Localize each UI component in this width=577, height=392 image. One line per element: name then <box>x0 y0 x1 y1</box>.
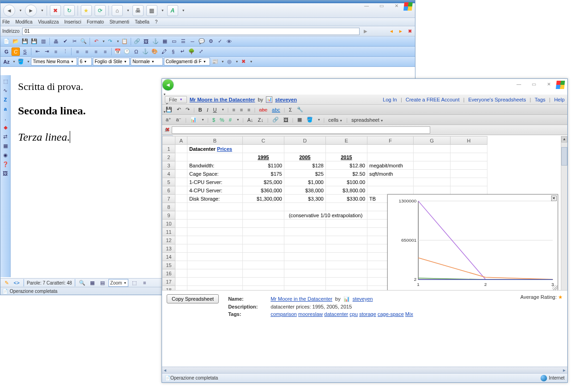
forward-dropdown-icon[interactable]: ▼ <box>41 9 44 12</box>
cell[interactable]: $175 <box>243 170 284 178</box>
open-icon[interactable]: 📂 <box>12 37 20 46</box>
mail-button[interactable]: ▦ <box>146 5 157 16</box>
row-header-11[interactable]: 11 <box>162 228 175 236</box>
cell[interactable]: 1995 <box>243 153 284 161</box>
bold-button[interactable]: B <box>198 107 203 113</box>
special-char-icon[interactable]: Ω <box>132 48 140 56</box>
align-left-icon[interactable]: ≡ <box>231 107 236 113</box>
anchor2-icon[interactable]: ⚓ <box>141 48 150 56</box>
dropdown-icon[interactable]: ▼ <box>27 60 30 63</box>
cell[interactable]: (conservative 1/10 extrapolation) <box>284 211 367 220</box>
back-button[interactable]: ◄ <box>3 5 15 17</box>
cell[interactable] <box>175 145 187 153</box>
undo-icon[interactable]: ↶ <box>92 37 100 46</box>
save-icon[interactable]: 💾 <box>21 37 29 46</box>
size-combo[interactable]: 6▼ <box>78 58 92 65</box>
validate-icon[interactable]: ✓ <box>216 37 224 46</box>
row-header-14[interactable]: 14 <box>162 253 175 261</box>
corner-header[interactable] <box>162 137 175 145</box>
dropdown-icon[interactable]: ▼ <box>102 40 105 43</box>
menu-view[interactable]: Visualizza <box>38 19 59 24</box>
nav-next-icon[interactable]: ► <box>397 28 404 35</box>
italic-icon[interactable]: C <box>12 48 20 56</box>
scroll-right-icon[interactable]: ► <box>562 368 566 373</box>
cell[interactable]: 2005 <box>284 153 326 161</box>
fill-color-icon[interactable]: 🪣 <box>17 58 25 66</box>
dropdown-icon[interactable]: ▼ <box>235 60 239 63</box>
chart-popup[interactable]: ✕ 26500011300000123 <box>387 194 558 291</box>
zoom-combo[interactable]: Zoom▼ <box>108 279 129 287</box>
dropdown-icon[interactable]: ▼ <box>163 93 166 96</box>
sort-icon[interactable]: Az <box>2 58 11 66</box>
side-icon-1[interactable]: ⬚ <box>1 77 10 85</box>
row-header-13[interactable]: 13 <box>162 244 175 253</box>
stylesheet-combo[interactable]: Foglio di Stile▼ <box>93 58 130 65</box>
highlight-button[interactable]: abc <box>271 107 281 113</box>
row-header-10[interactable]: 10 <box>162 220 175 228</box>
dropdown-icon[interactable]: ▼ <box>201 118 204 121</box>
font-button[interactable]: A <box>167 5 178 16</box>
go-button[interactable]: ▶ <box>362 28 369 35</box>
ordered-list-icon[interactable]: ≡ <box>52 48 60 56</box>
window-controls[interactable]: — ▭ ✕ <box>517 82 553 87</box>
horizontal-scrollbar[interactable]: ◄ ► <box>162 367 567 373</box>
print-icon[interactable]: 🖶 <box>52 37 60 46</box>
cell[interactable]: Disk Storage: <box>187 195 243 203</box>
percent-button[interactable]: % <box>219 117 225 123</box>
home-button[interactable]: ⌂ <box>112 5 123 16</box>
subscript-button[interactable]: a⁻ <box>175 117 182 123</box>
superscript-button[interactable]: a⁺ <box>165 117 172 123</box>
sum-button[interactable]: Σ <box>288 107 293 113</box>
hr-icon[interactable]: ─ <box>188 37 197 46</box>
help-link[interactable]: Help <box>554 97 565 102</box>
tag-link[interactable]: datacenter <box>324 311 348 317</box>
menu-tools[interactable]: Strumenti <box>109 19 129 24</box>
row-header-17[interactable]: 17 <box>162 278 175 286</box>
bold-icon[interactable]: G <box>2 48 11 56</box>
underline-icon[interactable]: S <box>21 48 29 56</box>
cell[interactable]: $1,000 <box>284 178 326 186</box>
spreadsheet-menu[interactable]: spreadsheet▼ <box>350 117 384 123</box>
redo-icon[interactable]: ↷ <box>106 37 114 46</box>
cell[interactable]: $330.00 <box>326 195 367 203</box>
indent-right-icon[interactable]: ⇥ <box>42 48 51 56</box>
color-icon[interactable]: 🎨 <box>150 48 159 56</box>
target-icon[interactable]: ◎ <box>225 58 234 66</box>
dropdown-icon[interactable]: ▼ <box>221 108 224 111</box>
dropdown-icon[interactable]: ▼ <box>161 9 164 12</box>
cell[interactable]: Datacenter Prices <box>187 145 243 153</box>
row-header-6[interactable]: 6 <box>162 186 175 195</box>
tag-link[interactable]: cage-space <box>378 311 404 317</box>
cells-menu[interactable]: cells▼ <box>327 117 343 123</box>
cell[interactable]: 1-CPU Server: <box>187 178 243 186</box>
status-tool-1-icon[interactable]: 🔍 <box>78 279 86 287</box>
cell[interactable]: $1,300,000 <box>243 195 284 203</box>
tree-icon[interactable]: 🌳 <box>187 48 196 56</box>
dropdown-icon[interactable]: ▼ <box>236 118 240 121</box>
side-icon-2[interactable]: ∿ <box>1 86 10 95</box>
side-icon-7[interactable]: ⇄ <box>1 132 10 141</box>
cell[interactable]: $128 <box>284 161 326 170</box>
paragraph-combo[interactable]: Normale▼ <box>131 58 163 65</box>
currency-button[interactable]: $ <box>211 117 216 123</box>
row-header-12[interactable]: 12 <box>162 236 175 244</box>
everyones-link[interactable]: Everyone's Spreadsheets <box>468 97 526 102</box>
sort-asc-button[interactable]: A↓ <box>246 117 254 123</box>
side-icon-4[interactable]: a <box>1 105 10 113</box>
side-icon-8[interactable]: ▦ <box>1 142 10 150</box>
cell[interactable]: 4-CPU Server: <box>187 186 243 195</box>
save-all-icon[interactable]: 💾 <box>30 37 38 46</box>
menu-help[interactable]: ? <box>155 19 158 24</box>
chart-close-button[interactable]: ✕ <box>551 196 557 201</box>
forward-button[interactable]: ► <box>25 5 37 17</box>
new-icon[interactable]: 📄 <box>2 37 11 46</box>
fill-icon[interactable]: 🪣 <box>306 117 314 123</box>
cell[interactable]: sqft/month <box>367 170 414 178</box>
address-input[interactable] <box>22 28 360 35</box>
col-header-A[interactable]: A <box>175 137 187 145</box>
print-button[interactable]: 🖶 <box>132 5 144 16</box>
template-icon[interactable]: ▥ <box>39 37 48 46</box>
meta-author-link[interactable]: steveyen <box>353 296 373 302</box>
image-icon[interactable]: 🖼 <box>142 37 150 46</box>
tags-link[interactable]: Tags <box>535 97 545 102</box>
